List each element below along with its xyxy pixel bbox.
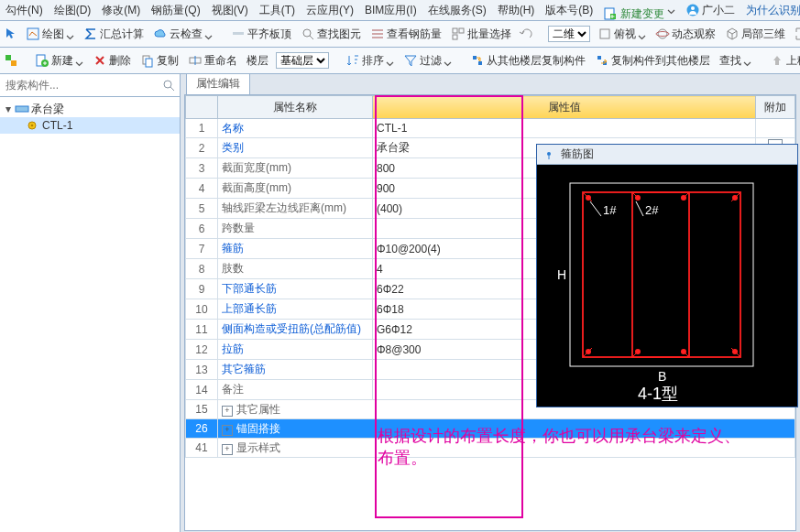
sum-button[interactable]: 汇总计算 bbox=[82, 27, 146, 42]
user-info[interactable]: 广小二 bbox=[681, 3, 740, 18]
col-name[interactable]: 属性名称 bbox=[218, 96, 373, 119]
draw-button[interactable]: 绘图 bbox=[24, 25, 76, 43]
menubar: 勾件(N) 绘图(D) 修改(M) 钢筋量(Q) 视图(V) 工具(T) 云应用… bbox=[0, 0, 800, 21]
property-value[interactable]: CTL-1 bbox=[373, 119, 756, 138]
tree-root[interactable]: ▾ 承台梁 bbox=[0, 101, 180, 117]
stirrup-diagram-panel: 箍筋图 1# bbox=[536, 144, 798, 407]
toolbar-view: 绘图 汇总计算 云检查 平齐板顶 查找图元 查看钢筋量 批量选择 二维 俯视 动… bbox=[0, 21, 800, 48]
rename-button[interactable]: 重命名 bbox=[186, 53, 239, 69]
svg-rect-27 bbox=[632, 192, 689, 357]
copy-from-floor-button[interactable]: 从其他楼层复制构件 bbox=[468, 53, 587, 69]
col-extra[interactable]: 附加 bbox=[756, 96, 795, 119]
property-name: 侧面构造或受扭筋(总配筋值) bbox=[218, 320, 373, 340]
axis-h: H bbox=[557, 267, 566, 282]
menu-item[interactable]: 版本号(B) bbox=[540, 3, 598, 18]
component-icon[interactable] bbox=[4, 53, 18, 68]
flat-top-label: 平齐板顶 bbox=[247, 27, 291, 42]
view-mode-select[interactable]: 二维 bbox=[548, 26, 590, 42]
property-name: 截面高度(mm) bbox=[218, 179, 373, 199]
view-rebar-label: 查看钢筋量 bbox=[387, 27, 442, 42]
menu-item[interactable]: 工具(T) bbox=[254, 3, 301, 18]
property-name: 拉筋 bbox=[218, 340, 373, 360]
filter-label: 过滤 bbox=[420, 53, 442, 69]
dropdown-icon bbox=[204, 25, 213, 43]
expand-icon[interactable]: + bbox=[222, 425, 233, 436]
component-tree: ▾ 承台梁 CTL-1 bbox=[0, 97, 180, 532]
diagram-header[interactable]: 箍筋图 bbox=[537, 145, 797, 165]
menu-item[interactable]: 帮助(H) bbox=[492, 3, 541, 18]
top-view-button[interactable]: 俯视 bbox=[596, 25, 648, 43]
orbit-button[interactable]: 动态观察 bbox=[653, 27, 718, 42]
search-icon[interactable] bbox=[161, 78, 176, 92]
new-change-button[interactable]: 新建变更 bbox=[598, 0, 681, 21]
svg-rect-9 bbox=[453, 35, 457, 39]
menu-item[interactable]: BIM应用(I) bbox=[359, 3, 422, 18]
tab-properties[interactable]: 属性编辑 bbox=[186, 73, 250, 94]
move-up-button[interactable]: 上移 bbox=[768, 53, 800, 69]
annotation-text: 根据设计的布置长度，你也可以用承台梁来定义、布置。 bbox=[378, 425, 744, 469]
expand-icon[interactable]: + bbox=[222, 444, 233, 455]
svg-point-20 bbox=[164, 81, 171, 88]
row-number: 2 bbox=[186, 138, 218, 158]
menu-item[interactable]: 绘图(D) bbox=[49, 3, 97, 18]
menu-item[interactable]: 视图(V) bbox=[206, 3, 254, 18]
menu-item[interactable]: 钢筋量(Q) bbox=[146, 3, 205, 18]
tree-item-ctl1[interactable]: CTL-1 bbox=[0, 117, 180, 134]
property-name: 下部通长筋 bbox=[218, 279, 373, 299]
copy-to-floor-button[interactable]: 复制构件到其他楼层 bbox=[593, 53, 712, 69]
row-number: 5 bbox=[186, 199, 218, 219]
view-rebar-button[interactable]: 查看钢筋量 bbox=[368, 27, 444, 42]
copy-button[interactable]: 复制 bbox=[138, 53, 181, 69]
property-name: 肢数 bbox=[218, 259, 373, 279]
svg-rect-26 bbox=[583, 192, 740, 357]
property-row[interactable]: 1名称CTL-1 bbox=[186, 119, 795, 138]
diagram-canvas: 1# 2# H B 4-1型 bbox=[537, 165, 797, 407]
orbit-icon bbox=[655, 27, 670, 41]
batch-select-button[interactable]: 批量选择 bbox=[449, 27, 513, 42]
filter-button[interactable]: 过滤 bbox=[401, 51, 454, 70]
svg-rect-10 bbox=[600, 29, 609, 38]
collapse-icon[interactable]: ▾ bbox=[4, 103, 13, 115]
sort-button[interactable]: 排序 bbox=[344, 51, 396, 70]
property-extra[interactable] bbox=[756, 119, 795, 138]
cube-icon bbox=[725, 27, 740, 41]
dropdown-icon bbox=[667, 0, 675, 17]
search-box[interactable] bbox=[0, 74, 180, 97]
copy-icon bbox=[140, 53, 155, 68]
floor-select[interactable]: 楼层 bbox=[245, 53, 270, 69]
row-number: 8 bbox=[186, 259, 218, 279]
pin-icon[interactable] bbox=[542, 147, 557, 162]
new-button[interactable]: 新建 bbox=[33, 51, 85, 70]
help-link[interactable]: 为什么识别柱 bbox=[740, 3, 800, 18]
cloud-icon bbox=[153, 27, 168, 41]
expand-icon[interactable]: + bbox=[222, 406, 233, 417]
menu-item[interactable]: 在线服务(S) bbox=[422, 3, 492, 18]
flat-top-button[interactable]: 平齐板顶 bbox=[229, 27, 293, 42]
floor-dropdown[interactable]: 基础层 bbox=[276, 52, 329, 69]
fullscreen-button[interactable]: 全屏 bbox=[793, 27, 800, 42]
menu-item[interactable]: 勾件(N) bbox=[0, 3, 49, 18]
col-rownum bbox=[186, 96, 218, 119]
menu-item[interactable]: 修改(M) bbox=[96, 3, 146, 18]
new-label: 新建 bbox=[51, 53, 73, 69]
row-number: 1 bbox=[186, 119, 218, 138]
row-number: 10 bbox=[186, 299, 218, 320]
delete-button[interactable]: 删除 bbox=[91, 53, 133, 69]
find-element-button[interactable]: 查找图元 bbox=[299, 27, 363, 42]
new-icon bbox=[35, 53, 49, 68]
search-input[interactable] bbox=[4, 78, 161, 92]
menu-item[interactable]: 云应用(Y) bbox=[301, 3, 359, 18]
cloud-check-button[interactable]: 云检查 bbox=[151, 25, 214, 43]
fullscreen-icon bbox=[795, 27, 800, 41]
col-value[interactable]: 属性值 bbox=[373, 96, 756, 119]
pointer-icon[interactable] bbox=[4, 27, 18, 41]
undo-icon[interactable] bbox=[519, 27, 533, 41]
up-icon bbox=[770, 53, 784, 68]
find-button[interactable]: 查找 bbox=[718, 51, 753, 70]
local-3d-button[interactable]: 局部三维 bbox=[723, 27, 787, 42]
left-panel: ▾ 承台梁 CTL-1 bbox=[0, 74, 181, 532]
dropdown-icon bbox=[743, 51, 751, 70]
right-panel: 属性编辑 属性名称 属性值 附加 1名称CTL-12类别承台梁3截面宽度(mm)… bbox=[181, 74, 800, 532]
property-name: 箍筋 bbox=[218, 239, 373, 259]
sort-icon bbox=[345, 53, 360, 68]
